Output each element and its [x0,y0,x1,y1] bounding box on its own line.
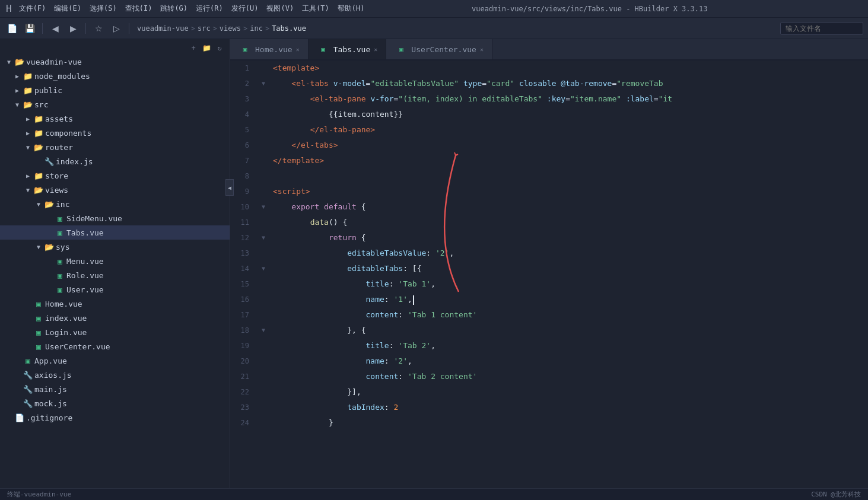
menu-goto[interactable]: 跳转(G) [160,4,187,14]
tree-item-vueadmin-vue[interactable]: ▼ 📂 vueadmin-vue [0,55,230,69]
line-num-24: 24 [230,415,254,431]
tree-item-main-js[interactable]: ▶ 🔧 main.js [0,382,230,396]
menu-publish[interactable]: 发行(U) [231,4,259,14]
menu-find[interactable]: 查找(I) [125,4,152,14]
tree-item-views[interactable]: ▼ 📂 views [0,183,230,197]
fold-14[interactable]: ▼ [259,261,268,276]
save-button[interactable]: 💾 [23,21,37,36]
fold-21 [259,369,268,384]
tree-item-router[interactable]: ▼ 📂 router [0,140,230,154]
fold-15 [259,276,268,292]
js-file-icon-axios: 🔧 [23,370,33,380]
tree-item-home-vue[interactable]: ▶ ▣ Home.vue [0,297,230,311]
fold-13 [259,246,268,261]
menu-file[interactable]: 文件(F) [19,4,46,14]
bookmark-button[interactable]: ☆ [91,21,106,36]
back-button[interactable]: ◀ [48,21,62,36]
tree-item-components[interactable]: ▶ 📁 components [0,126,230,140]
fold-2[interactable]: ▼ [259,76,268,91]
forward-button[interactable]: ▶ [66,21,80,36]
toolbar-separator-2 [85,23,86,34]
tree-label-sidemenu: SideMenu.vue [66,214,122,223]
tab-close-usercenter[interactable]: ✕ [480,46,484,53]
folder-icon-src: 📂 [23,100,33,109]
tree-item-index-js[interactable]: ▶ 🔧 index.js [0,154,230,168]
status-bar: 终端-vueadmin-vue CSDN @北芳科技 [0,488,868,500]
menu-run[interactable]: 运行(R) [196,4,223,14]
tab-tabs-vue[interactable]: ▣ Tabs.vue ✕ [309,39,387,59]
breadcrumb-part-3[interactable]: inc [250,24,263,33]
tree-item-role-vue[interactable]: ▶ ▣ Role.vue [0,268,230,282]
vue-file-icon-index: ▣ [34,313,43,323]
new-folder-icon[interactable]: 📁 [201,43,212,53]
tree-item-app-vue[interactable]: ▶ ▣ App.vue [0,353,230,368]
run-button[interactable]: ▷ [109,21,123,36]
folder-icon-node-modules: 📁 [23,71,33,81]
tree-arrow-router: ▼ [24,143,32,151]
tree-item-sys[interactable]: ▼ 📂 sys [0,240,230,254]
tree-item-node-modules[interactable]: ▶ 📁 node_modules [0,69,230,83]
line-num-22: 22 [230,384,254,400]
vue-file-icon-login: ▣ [34,327,43,337]
tree-item-public[interactable]: ▶ 📁 public [0,83,230,97]
search-input[interactable] [780,22,863,35]
tab-usercenter-vue[interactable]: ▣ UserCenter.vue ✕ [386,39,492,59]
tree-item-login-vue[interactable]: ▶ ▣ Login.vue [0,325,230,339]
title-bar: H 文件(F) 编辑(E) 选择(S) 查找(I) 跳转(G) 运行(R) 发行… [0,0,868,18]
tab-close-home[interactable]: ✕ [296,46,300,53]
tree-item-mock-js[interactable]: ▶ 🔧 mock.js [0,396,230,410]
tree-item-index-vue[interactable]: ▶ ▣ index.vue [0,311,230,325]
menu-help[interactable]: 帮助(H) [338,4,365,14]
new-file-button[interactable]: 📄 [5,21,19,36]
tree-item-inc[interactable]: ▼ 📂 inc [0,197,230,211]
toggle-sidebar-button[interactable]: ◀ [225,179,234,196]
refresh-icon[interactable]: ↻ [214,43,225,53]
code-lines[interactable]: <template> <el-tabs v-model="editableTab… [268,60,868,488]
folder-icon-views: 📂 [34,185,43,195]
breadcrumb-part-0[interactable]: vueadmin-vue [137,24,189,33]
tree-label-app: App.vue [34,356,67,365]
tree-item-store[interactable]: ▶ 📁 store [0,168,230,183]
tree-item-user-vue[interactable]: ▶ ▣ User.vue [0,282,230,297]
fold-1 [259,60,268,76]
code-line-3: <el-tab-pane v-for="(item, index) in edi… [273,91,868,107]
tree-item-src[interactable]: ▼ 📂 src [0,97,230,112]
menu-tools[interactable]: 工具(T) [302,4,329,14]
code-line-21: content: 'Tab 2 content' [273,369,868,384]
tree-item-usercenter-vue[interactable]: ▶ ▣ UserCenter.vue [0,339,230,353]
tree-item-tabs-vue[interactable]: ▶ ▣ Tabs.vue [0,225,230,240]
menu-select[interactable]: 选择(S) [90,4,117,14]
menu-edit[interactable]: 编辑(E) [54,4,81,14]
menu-bar[interactable]: 文件(F) 编辑(E) 选择(S) 查找(I) 跳转(G) 运行(R) 发行(U… [19,4,365,14]
breadcrumb-part-2[interactable]: views [220,24,241,33]
tree-label-index-vue: index.vue [45,314,87,323]
fold-18[interactable]: ▼ [259,323,268,338]
tree-label-sys: sys [56,243,69,251]
code-editor[interactable]: 1 2 3 4 5 6 7 8 9 10 11 12 13 14 15 16 1 [230,60,868,488]
new-file-icon[interactable]: + [188,43,199,53]
tree-item-axios-js[interactable]: ▶ 🔧 axios.js [0,368,230,382]
fold-12[interactable]: ▼ [259,230,268,246]
tree-item-sidemenu-vue[interactable]: ▶ ▣ SideMenu.vue [0,211,230,225]
tab-icon-home: ▣ [240,44,250,54]
fold-10[interactable]: ▼ [259,199,268,215]
vue-file-icon-menu: ▣ [55,256,65,266]
code-line-23: tabIndex: 2 [273,400,868,415]
code-line-15: title: 'Tab 1', [273,276,868,292]
tree-item-menu-vue[interactable]: ▶ ▣ Menu.vue [0,254,230,268]
tree-arrow-inc: ▼ [34,200,43,208]
menu-view[interactable]: 视图(V) [266,4,294,14]
line-num-12: 12 [230,230,254,246]
folder-icon-components: 📁 [34,128,43,138]
tab-close-tabs[interactable]: ✕ [374,46,377,53]
breadcrumb-sep-3: > [265,24,269,33]
tree-item-gitignore[interactable]: ▶ 📄 .gitignore [0,410,230,425]
breadcrumb-part-1[interactable]: src [198,24,211,33]
tab-bar: ▣ Home.vue ✕ ▣ Tabs.vue ✕ ▣ UserCenter.v… [230,39,868,60]
tree-item-assets[interactable]: ▶ 📁 assets [0,112,230,126]
fold-4 [259,107,268,122]
tab-home-vue[interactable]: ▣ Home.vue ✕ [230,39,309,59]
line-num-5: 5 [230,122,254,138]
line-num-11: 11 [230,215,254,230]
code-line-20: name: '2', [273,353,868,369]
